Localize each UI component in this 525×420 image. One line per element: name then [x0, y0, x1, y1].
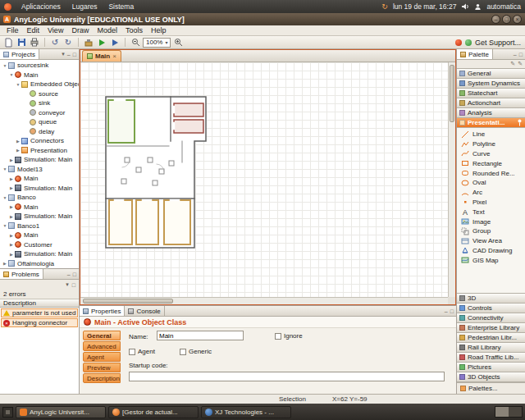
volume-icon[interactable] [461, 2, 469, 11]
tree-item-customer[interactable]: ▶Customer [0, 240, 79, 250]
tree-item-conveyor[interactable]: conveyor [0, 108, 79, 118]
close-button[interactable]: × [513, 15, 522, 24]
maximize-view-icon[interactable]: □ [73, 52, 76, 57]
palette-item-rounded-rectangle[interactable]: Rounded Re... [457, 168, 525, 178]
model-error-icon[interactable] [455, 39, 462, 46]
cad-drawing[interactable] [80, 62, 455, 304]
view-menu-icon[interactable]: ▾ [62, 51, 65, 57]
ubuntu-logo-icon[interactable] [4, 3, 11, 11]
maximize-view-icon[interactable]: □ [450, 308, 454, 314]
palette-section-presentation[interactable]: Presentati... [457, 117, 525, 128]
expander-icon[interactable]: ▼ [2, 223, 8, 228]
taskbar-item-update-manager[interactable]: [Gestor de actual... [108, 406, 199, 418]
palette-item-view-area[interactable]: View Area [457, 236, 525, 246]
minimize-button[interactable]: – [491, 15, 500, 24]
problems-column-header[interactable]: Description [0, 299, 79, 308]
palette-item-arc[interactable]: Arc [457, 188, 525, 198]
menu-tools[interactable]: Tools [121, 26, 147, 34]
subtab-agent[interactable]: Agent [83, 352, 121, 362]
updates-icon[interactable]: ↻ [381, 2, 388, 11]
expander-icon[interactable]: ▶ [15, 139, 21, 144]
tree-item-simulation-main[interactable]: ▶Simulation: Main [0, 184, 79, 194]
subtab-general[interactable]: General [83, 331, 121, 340]
workspace-1[interactable] [495, 407, 509, 417]
problem-row-warning[interactable]: parameter is not used [1, 308, 78, 317]
menu-file[interactable]: File [2, 26, 23, 34]
user-menu[interactable]: automatica [486, 2, 521, 11]
tree-item-oftalmologia[interactable]: ▶Oftalmologia [0, 259, 79, 269]
palette-item-rectangle[interactable]: Rectangle [457, 158, 525, 168]
taskbar-item-anylogic[interactable]: AnyLogic Universit... [16, 406, 106, 418]
startup-code-input[interactable] [129, 372, 445, 381]
tree-item-main[interactable]: ▶Main [0, 231, 79, 240]
subtab-description[interactable]: Description [83, 373, 121, 383]
palette-item-line[interactable]: Line [457, 130, 525, 139]
get-support-link[interactable]: Get Support... [475, 39, 521, 47]
view-menu-icon[interactable]: □ [72, 282, 75, 288]
expander-icon[interactable]: ▶ [8, 185, 15, 190]
debug-button[interactable] [109, 37, 121, 48]
palette-item-oval[interactable]: Oval [457, 178, 525, 188]
palette-item-text[interactable]: AText [457, 207, 525, 217]
save-button[interactable] [16, 37, 27, 48]
expander-icon[interactable]: ▶ [8, 214, 15, 219]
palette-item-cad-drawing[interactable]: CAD Drawing [457, 246, 525, 256]
tree-item-main[interactable]: ▶Main [0, 203, 79, 212]
agent-checkbox[interactable] [129, 349, 135, 355]
agent-option[interactable]: Agent [129, 348, 155, 355]
edit-icon[interactable]: ✎ [518, 61, 523, 67]
tree-item-main[interactable]: ▼Main [0, 71, 79, 80]
palette-item-group[interactable]: Group [457, 226, 525, 236]
tree-item-presentation[interactable]: ▶Presentation [0, 146, 79, 156]
minimize-view-icon[interactable]: – [67, 272, 71, 277]
expander-icon[interactable]: ▶ [8, 158, 15, 162]
palette-item-curve[interactable]: Curve [457, 149, 525, 159]
expander-icon[interactable]: ▼ [8, 72, 15, 77]
expander-icon[interactable]: ▶ [2, 261, 8, 266]
tab-problems[interactable]: Problems [0, 269, 43, 279]
show-desktop-button[interactable] [2, 407, 13, 418]
maximize-button[interactable]: □ [502, 15, 511, 24]
ignore-checkbox[interactable] [275, 333, 281, 340]
tree-item-simulation-main[interactable]: ▶Simulation: Main [0, 212, 79, 221]
tree-item-simulation-main[interactable]: ▶Simulation: Main [0, 249, 79, 259]
horizontal-scrollbar[interactable] [80, 297, 448, 304]
undo-button[interactable]: ↺ [49, 37, 61, 48]
tree-item-main[interactable]: ▶Main [0, 174, 79, 184]
tree-item-embedded-objects[interactable]: ▼Embedded Objects [0, 80, 79, 89]
zoom-out-button[interactable] [130, 37, 141, 48]
tree-item-banco1[interactable]: ▼Banco1 [0, 221, 79, 231]
palette-section-3d-objects[interactable]: 3D Objects [457, 372, 525, 382]
palette-item-pixel[interactable]: Pixel [457, 198, 525, 208]
expander-icon[interactable]: ▶ [8, 252, 15, 257]
palette-item-gis-map[interactable]: GIS Map [457, 255, 525, 265]
problem-row-error[interactable]: × Hanging connector [1, 318, 78, 327]
scrollbar-thumb[interactable] [83, 299, 173, 304]
expander-icon[interactable]: ▶ [15, 148, 21, 153]
redo-button[interactable]: ↻ [62, 37, 74, 48]
minimize-view-icon[interactable]: – [514, 52, 517, 57]
palette-item-image[interactable]: Image [457, 217, 525, 226]
tree-item-model13[interactable]: ▼Model13 [0, 165, 79, 175]
name-input[interactable] [157, 331, 244, 340]
workspace-2[interactable] [509, 407, 522, 417]
menu-model[interactable]: Model [93, 26, 121, 34]
expander-icon[interactable]: ▼ [2, 167, 8, 171]
tab-main-editor[interactable]: Main × [82, 50, 121, 62]
model-canvas[interactable] [80, 62, 455, 304]
menu-help[interactable]: Help [147, 26, 171, 34]
expander-icon[interactable]: ▼ [2, 63, 8, 68]
edit-icon[interactable]: ✎ [510, 61, 515, 67]
tab-palette[interactable]: Palette [457, 49, 493, 59]
maximize-view-icon[interactable]: □ [519, 52, 523, 57]
tree-item-queue[interactable]: queue [0, 117, 79, 127]
system-menu[interactable]: Sistema [107, 2, 135, 11]
menu-view[interactable]: View [43, 26, 67, 34]
expander-icon[interactable]: ▶ [8, 233, 15, 238]
print-button[interactable] [29, 37, 40, 48]
tree-item-banco[interactable]: ▼Banco [0, 193, 79, 203]
palettes-button[interactable]: Palettes... [457, 382, 525, 394]
expander-icon[interactable]: ▼ [15, 82, 21, 87]
minimize-view-icon[interactable]: – [67, 52, 71, 57]
close-icon[interactable]: × [112, 52, 116, 60]
